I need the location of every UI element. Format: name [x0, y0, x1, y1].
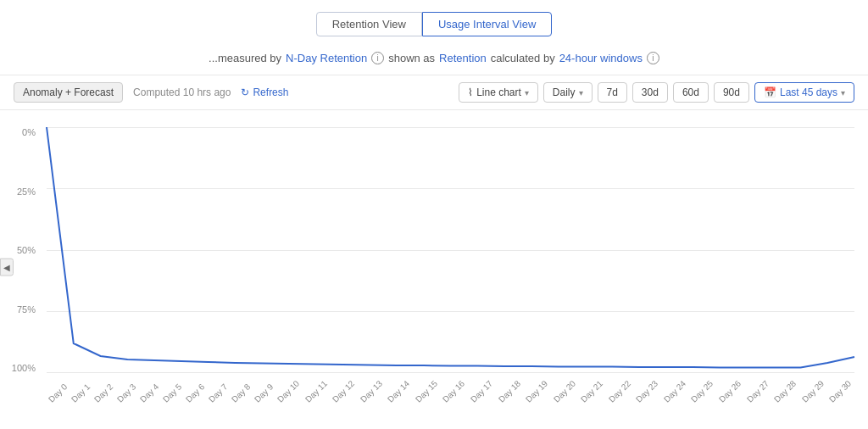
- chart-type-label: Line chart: [476, 86, 521, 98]
- refresh-label: Refresh: [253, 86, 288, 98]
- frequency-button[interactable]: Daily ▾: [543, 82, 593, 103]
- x-label-15: Day 15: [414, 379, 439, 404]
- legend: All Users: [0, 424, 868, 429]
- x-label-4: Day 4: [138, 382, 160, 404]
- chart-type-button[interactable]: ⌇ Line chart ▾: [459, 82, 538, 103]
- refresh-button[interactable]: ↻ Refresh: [241, 86, 288, 98]
- x-label-21: Day 21: [579, 379, 604, 404]
- y-label-100: 100%: [12, 363, 36, 373]
- x-label-28: Day 28: [772, 379, 798, 404]
- window-info-icon[interactable]: i: [647, 52, 659, 64]
- x-label-30: Day 30: [827, 379, 853, 404]
- period-30d-button[interactable]: 30d: [632, 82, 668, 103]
- date-range-button[interactable]: 📅 Last 45 days ▾: [754, 82, 854, 103]
- y-label-0: 0%: [22, 127, 36, 137]
- x-label-3: Day 3: [115, 382, 137, 404]
- x-label-17: Day 17: [469, 379, 494, 404]
- x-label-27: Day 27: [745, 379, 771, 404]
- x-label-1: Day 1: [70, 382, 92, 404]
- period-7d-button[interactable]: 7d: [598, 82, 627, 103]
- measured-row: ...measured by N-Day Retention i shown a…: [0, 45, 868, 75]
- tab-retention[interactable]: Retention View: [316, 12, 422, 36]
- chart-area: Day 0Day 1Day 2Day 3Day 4Day 5Day 6Day 7…: [47, 127, 854, 373]
- anomaly-badge: Anomaly + Forecast: [14, 82, 123, 103]
- x-label-11: Day 11: [303, 379, 329, 404]
- x-label-23: Day 23: [634, 379, 659, 404]
- measured-prefix: ...measured by: [209, 52, 281, 64]
- x-label-9: Day 9: [253, 382, 275, 404]
- x-label-10: Day 10: [275, 379, 301, 404]
- retention-line: [47, 127, 854, 368]
- metric-link[interactable]: N-Day Retention: [286, 52, 367, 64]
- x-label-14: Day 14: [386, 379, 411, 404]
- shown-as-value[interactable]: Retention: [439, 52, 487, 64]
- period-90d-button[interactable]: 90d: [714, 82, 749, 103]
- view-tabs: Retention View Usage Interval View: [0, 0, 868, 45]
- freq-chevron-icon: ▾: [579, 88, 583, 98]
- x-label-13: Day 13: [359, 379, 384, 404]
- period-60d-button[interactable]: 60d: [673, 82, 709, 103]
- y-label-25: 25%: [17, 187, 36, 197]
- x-label-0: Day 0: [47, 382, 69, 404]
- x-label-29: Day 29: [800, 379, 826, 404]
- top-tabs-container: Retention View Usage Interval View ...me…: [0, 0, 868, 75]
- refresh-icon: ↻: [241, 86, 249, 98]
- toolbar-right: ⌇ Line chart ▾ Daily ▾ 7d 30d 60d 90d 📅 …: [459, 82, 854, 103]
- metric-info-icon[interactable]: i: [371, 52, 384, 64]
- x-axis: Day 0Day 1Day 2Day 3Day 4Day 5Day 6Day 7…: [47, 398, 854, 407]
- x-label-8: Day 8: [230, 382, 252, 404]
- x-label-6: Day 6: [184, 382, 206, 404]
- shown-as-label: shown as: [388, 52, 435, 64]
- chart-chevron-icon: ▾: [525, 88, 529, 98]
- calculated-by-value[interactable]: 24-hour windows: [559, 52, 643, 64]
- date-range-label: Last 45 days: [780, 86, 837, 98]
- x-label-7: Day 7: [207, 382, 229, 404]
- chart-container: 100% 75% 50% 25% 0% Day 0Day 1Day 2Day 3…: [0, 110, 868, 424]
- computed-time: Computed 10 hrs ago: [133, 86, 231, 98]
- y-axis: 100% 75% 50% 25% 0%: [0, 127, 42, 373]
- x-label-2: Day 2: [92, 382, 114, 404]
- frequency-label: Daily: [553, 86, 576, 98]
- calculated-by-label: calculated by: [491, 52, 555, 64]
- x-label-5: Day 5: [161, 382, 183, 404]
- x-label-16: Day 16: [441, 379, 466, 404]
- x-label-18: Day 18: [497, 379, 522, 404]
- toolbar: Anomaly + Forecast Computed 10 hrs ago ↻…: [0, 75, 868, 110]
- calendar-icon: 📅: [764, 86, 776, 98]
- x-label-25: Day 25: [689, 379, 715, 404]
- x-label-24: Day 24: [662, 379, 687, 404]
- x-label-22: Day 22: [607, 379, 632, 404]
- x-label-19: Day 19: [524, 379, 549, 404]
- chart-icon: ⌇: [468, 86, 473, 98]
- x-label-12: Day 12: [331, 379, 356, 404]
- y-label-75: 75%: [17, 304, 36, 315]
- tab-usage[interactable]: Usage Interval View: [422, 12, 552, 36]
- x-label-20: Day 20: [552, 379, 577, 404]
- y-label-50: 50%: [17, 245, 36, 255]
- date-range-chevron-icon: ▾: [841, 88, 845, 98]
- line-chart-svg: [47, 127, 854, 373]
- x-label-26: Day 26: [717, 379, 743, 404]
